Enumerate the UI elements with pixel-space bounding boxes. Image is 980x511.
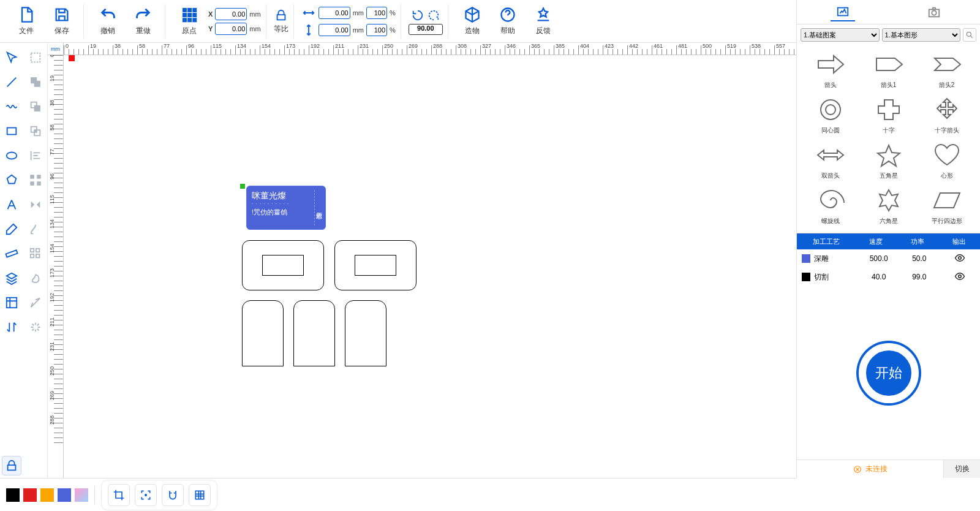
process-row[interactable]: 切割40.099.0 — [797, 268, 980, 286]
process-panel: 加工工艺速度功率输出 深雕500.050.0切割40.099.0 — [797, 233, 980, 286]
svg-rect-24 — [6, 250, 18, 257]
right-panel-tabs — [797, 0, 980, 25]
width-pct-input[interactable] — [366, 7, 387, 19]
focus-tool[interactable] — [135, 484, 157, 506]
width-input[interactable] — [318, 7, 350, 19]
category-a-select[interactable]: 1.基础图案 — [801, 28, 880, 42]
design-shape[interactable] — [262, 255, 304, 276]
height-input[interactable] — [318, 24, 350, 36]
mirror-h-tool[interactable] — [26, 195, 45, 214]
shape-cross[interactable]: 十字 — [860, 93, 917, 137]
shape-spiral[interactable]: 螺旋线 — [802, 184, 859, 228]
svg-rect-12 — [34, 81, 40, 86]
layers-tool[interactable] — [2, 268, 21, 288]
rect-tool[interactable] — [2, 121, 21, 141]
height-pct-input[interactable] — [366, 24, 387, 36]
category-b-select[interactable]: 1.基本图形 — [882, 28, 961, 42]
shape-doublearrow[interactable]: 双箭头 — [802, 138, 859, 183]
measure-tool[interactable] — [2, 244, 21, 263]
color-swatch[interactable] — [40, 488, 54, 502]
design-shape[interactable] — [293, 300, 335, 366]
sort-tool[interactable] — [2, 317, 21, 337]
text-tool[interactable] — [2, 195, 21, 214]
shape-heart[interactable]: 心形 — [918, 138, 975, 183]
ruler-vertical: 0193858779611513415417319221123125026928… — [48, 55, 64, 478]
ruler-horizontal: 0193858779611513415417319221123125026928… — [64, 43, 796, 55]
tab-camera[interactable] — [922, 3, 946, 21]
tab-shapes[interactable] — [831, 3, 855, 21]
wh-coords: mm% mm% — [301, 6, 396, 37]
svg-point-35 — [826, 105, 835, 115]
shape-pentagram[interactable]: 五角星 — [860, 138, 917, 183]
path-tool[interactable] — [26, 293, 45, 312]
svg-rect-18 — [34, 130, 37, 132]
svg-rect-4 — [188, 13, 192, 17]
svg-point-32 — [932, 10, 937, 15]
start-button[interactable]: 开始 — [859, 343, 919, 403]
help-button[interactable]: 帮助 — [491, 4, 524, 39]
design-shape[interactable] — [355, 255, 396, 276]
intersect-tool[interactable] — [26, 121, 45, 141]
union-tool[interactable] — [26, 72, 45, 92]
color-swatch[interactable] — [75, 488, 88, 502]
subtract-tool[interactable] — [26, 97, 45, 116]
crop-tool[interactable] — [108, 484, 130, 506]
lock-canvas-button[interactable] — [2, 456, 21, 475]
curve-tool[interactable] — [2, 97, 21, 116]
outline-tool[interactable] — [26, 268, 45, 288]
svg-rect-25 — [31, 249, 34, 252]
selection-handle[interactable] — [240, 184, 245, 189]
save-button[interactable]: 保存 — [45, 4, 78, 39]
magnet-tool[interactable] — [162, 484, 184, 506]
shape-concentric[interactable]: 同心圆 — [802, 93, 859, 137]
left-toolstrip — [0, 43, 48, 478]
shape-arrow2[interactable]: 箭头2 — [918, 48, 975, 92]
switch-button[interactable]: 切换 — [943, 460, 980, 478]
create-button[interactable]: 造物 — [456, 4, 489, 39]
svg-rect-15 — [7, 128, 17, 135]
shape-hexagram[interactable]: 六角星 — [860, 184, 917, 228]
svg-rect-14 — [34, 105, 40, 111]
undo-button[interactable]: 撤销 — [91, 4, 124, 39]
svg-point-39 — [145, 494, 146, 496]
color-swatch[interactable] — [23, 488, 37, 502]
feedback-button[interactable]: 反馈 — [527, 4, 560, 39]
angle-input[interactable]: 90.00 — [409, 24, 443, 35]
design-shape[interactable] — [242, 300, 284, 366]
lock-ratio-icon[interactable] — [274, 8, 288, 23]
svg-rect-6 — [183, 18, 187, 22]
eraser-tool[interactable] — [2, 219, 21, 239]
color-swatch[interactable] — [6, 488, 20, 502]
x-input[interactable] — [215, 8, 247, 20]
trace-tool[interactable] — [26, 219, 45, 239]
design-engrave-block[interactable]: 咪董光燦 · · · · · · · · · · !咒仂的薑鸧 怆意天剁 — [246, 186, 326, 230]
process-row[interactable]: 深雕500.050.0 — [797, 249, 980, 268]
redo-button[interactable]: 重做 — [127, 4, 160, 39]
polygon-tool[interactable] — [2, 170, 21, 190]
shape-arrow[interactable]: 箭头 — [802, 48, 859, 92]
select-tool[interactable] — [2, 48, 21, 67]
shape-parallelogram[interactable]: 平行四边形 — [918, 184, 975, 228]
search-icon[interactable] — [963, 28, 976, 42]
design-shape[interactable] — [345, 300, 386, 366]
svg-point-36 — [959, 256, 962, 259]
rotate-ccw-icon[interactable] — [410, 8, 425, 23]
shape-crossarrow[interactable]: 十字箭头 — [918, 93, 975, 137]
shape-arrow1[interactable]: 箭头1 — [860, 48, 917, 92]
line-tool[interactable] — [2, 72, 21, 92]
canvas[interactable]: 咪董光燦 · · · · · · · · · · !咒仂的薑鸧 怆意天剁 — [64, 55, 796, 478]
table-tool[interactable] — [2, 293, 21, 312]
align-left-tool[interactable] — [26, 146, 45, 165]
file-button[interactable]: 文件 — [10, 4, 43, 39]
svg-rect-8 — [193, 18, 197, 22]
grid-tool[interactable] — [189, 484, 211, 506]
rotate-cw-icon[interactable] — [426, 8, 441, 23]
distribute-tool[interactable] — [26, 170, 45, 190]
ellipse-tool[interactable] — [2, 146, 21, 165]
color-swatch[interactable] — [58, 488, 71, 502]
marquee-tool[interactable] — [26, 48, 45, 67]
origin-button[interactable]: 原点 — [173, 4, 206, 39]
array-tool[interactable] — [26, 244, 45, 263]
y-input[interactable] — [215, 23, 247, 35]
burst-tool[interactable] — [26, 317, 45, 337]
